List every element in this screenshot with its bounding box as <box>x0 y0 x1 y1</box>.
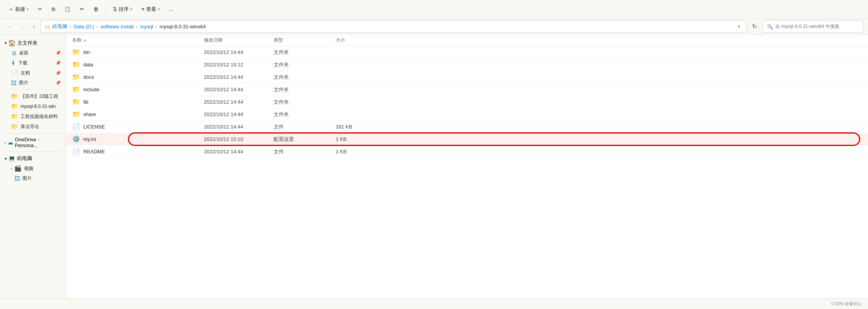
file-name: README <box>83 149 105 154</box>
video-label: 视频 <box>24 165 33 172</box>
toolbar: ＋ 新建 ▾ ✂ ⧉ 📋 ✏ 🗑 ⇅ 排序 ▾ ≡ 查看 ▾ ... <box>0 0 868 19</box>
copy-button[interactable]: ⧉ <box>48 4 59 14</box>
file-list: 📁 bin 2022/10/12 14:44 文件夹 📁 data 2022/1… <box>66 46 868 298</box>
file-type-cell: 文件夹 <box>274 111 336 118</box>
table-row[interactable]: 📁 lib 2022/10/12 14:44 文件夹 <box>66 96 868 108</box>
table-row[interactable]: 📁 share 2022/10/12 14:44 文件夹 <box>66 108 868 121</box>
table-row[interactable]: 📁 docs 2022/10/12 14:44 文件夹 <box>66 71 868 83</box>
back-button[interactable]: ← <box>5 22 15 31</box>
path-drive[interactable]: Data (D:) <box>74 24 94 30</box>
suzhou-label: 【苏州】22级工程 <box>21 93 58 100</box>
forward-button[interactable]: → <box>17 22 28 31</box>
sidebar-divider-2 <box>3 133 62 134</box>
new-label: 新建 <box>15 6 25 13</box>
sort-chevron-icon: ▾ <box>130 7 132 11</box>
main-area: ▾ 🏠 主文件夹 🖥 桌面 📌 ⬇ 下载 📌 📄 文档 📌 🖼 <box>0 35 868 298</box>
folder-icon: 📁 <box>72 85 80 94</box>
rename-button[interactable]: ✏ <box>76 4 88 14</box>
paste-button[interactable]: 📋 <box>60 4 74 14</box>
folder-icon: 📁 <box>72 73 80 81</box>
cut-button[interactable]: ✂ <box>34 4 46 14</box>
file-list-header: 名称 ▲ 修改日期 类型 大小 <box>66 35 868 46</box>
path-pc[interactable]: 此电脑 <box>52 23 67 30</box>
engineering-label: 工程实践报名材料 <box>21 113 58 120</box>
file-name-cell: 📄 LICENSE <box>72 123 204 131</box>
pc-expand-icon: ▾ <box>5 156 7 161</box>
file-name: lib <box>83 99 88 105</box>
pin-icon-2: 📌 <box>55 61 61 66</box>
col-header-size[interactable]: 大小 <box>336 37 382 43</box>
address-dropdown-button[interactable]: ▾ <box>735 23 742 30</box>
sidebar-item-mysql[interactable]: 📁 mysql-8.0.31-win <box>2 101 64 111</box>
sidebar-main-folder[interactable]: ▾ 🏠 主文件夹 <box>2 38 64 48</box>
file-name-cell: 📄 README <box>72 148 204 156</box>
sort-button[interactable]: ⇅ 排序 ▾ <box>109 4 136 15</box>
pictures-icon: 🖼 <box>11 80 17 86</box>
sidebar-onedrive[interactable]: › ☁ OneDrive - Persona... <box>2 135 64 150</box>
sort-arrow-icon: ▲ <box>83 38 87 42</box>
folder-icon-suzhou: 📁 <box>11 93 18 100</box>
file-name-cell: 📁 include <box>72 85 204 94</box>
sidebar-item-suzhou[interactable]: 📁 【苏州】22级工程 <box>2 91 64 101</box>
file-name-cell: 📁 docs <box>72 73 204 81</box>
sidebar-item-documents[interactable]: 📄 文档 📌 <box>2 68 64 78</box>
file-type-cell: 文件夹 <box>274 99 336 106</box>
video-expand-icon: › <box>11 167 12 171</box>
sort-icon: ⇅ <box>113 6 117 12</box>
folder-icon: 📁 <box>72 61 80 69</box>
search-box: 🔍 <box>763 20 863 33</box>
sidebar-item-pictures-pc[interactable]: › 🖼 图片 <box>2 174 64 183</box>
file-icon: 📄 <box>72 148 80 156</box>
up-button[interactable]: ↑ <box>30 22 38 31</box>
sidebar-item-engineering[interactable]: 📁 工程实践报名材料 <box>2 111 64 122</box>
file-modified-cell: 2022/10/12 15:10 <box>204 136 274 142</box>
file-modified-cell: 2022/10/12 14:44 <box>204 124 274 130</box>
cut-icon: ✂ <box>38 6 42 12</box>
search-icon: 🔍 <box>767 24 773 30</box>
col-header-name[interactable]: 名称 ▲ <box>72 37 204 43</box>
toolbar-divider <box>105 5 106 14</box>
home-icon: 🏠 <box>8 39 16 47</box>
sidebar-item-desktop[interactable]: 🖥 桌面 📌 <box>2 48 64 58</box>
file-name: my.ini <box>83 136 96 142</box>
delete-button[interactable]: 🗑 <box>90 4 102 14</box>
table-row[interactable]: 📁 bin 2022/10/12 14:44 文件夹 <box>66 46 868 59</box>
table-row[interactable]: 📁 include 2022/10/12 14:44 文件夹 <box>66 83 868 96</box>
file-type-cell: 文件 <box>274 148 336 155</box>
search-input[interactable] <box>775 24 859 29</box>
sort-label: 排序 <box>119 6 129 13</box>
pin-icon-4: 📌 <box>55 80 61 85</box>
file-name-cell: 📁 lib <box>72 98 204 106</box>
table-row[interactable]: 📁 data 2022/10/12 15:12 文件夹 <box>66 59 868 71</box>
view-button[interactable]: ≡ 查看 ▾ <box>138 4 164 15</box>
table-row[interactable]: 📄 LICENSE 2022/10/12 14:44 文件 281 KB <box>66 121 868 133</box>
pc-icon: 💻 <box>8 155 16 162</box>
path-software-install[interactable]: software install <box>100 24 134 30</box>
sidebar-item-download[interactable]: ⬇ 下载 📌 <box>2 58 64 68</box>
file-modified-cell: 2022/10/12 14:44 <box>204 49 274 55</box>
pictures-label: 图片 <box>19 80 28 86</box>
table-row[interactable]: ⚙️ my.ini 2022/10/12 15:10 配置设置 1 KB <box>66 133 868 146</box>
file-size-cell: 281 KB <box>336 124 382 130</box>
file-icon: 📄 <box>72 123 80 131</box>
config-icon: ⚙️ <box>72 135 80 143</box>
file-name: data <box>83 62 93 68</box>
table-row[interactable]: 📄 README 2022/10/12 14:44 文件 1 KB <box>66 146 868 158</box>
path-mysql[interactable]: mysql <box>140 24 153 30</box>
sidebar-item-video[interactable]: › 🎬 视频 <box>2 163 64 174</box>
sidebar-item-algorithm[interactable]: 📁 算法导论 <box>2 122 64 132</box>
col-header-type[interactable]: 类型 <box>274 37 336 43</box>
file-name: share <box>83 111 96 117</box>
documents-icon: 📄 <box>11 69 18 76</box>
address-box[interactable]: 🗂 此电脑 › Data (D:) › software install › m… <box>40 20 747 33</box>
sidebar-pc[interactable]: ▾ 💻 此电脑 <box>2 153 64 163</box>
pics-icon: 🖼 <box>14 175 20 182</box>
sidebar-item-pictures[interactable]: 🖼 图片 📌 <box>2 78 64 88</box>
view-chevron-icon: ▾ <box>158 7 160 11</box>
col-header-modified[interactable]: 修改日期 <box>204 37 274 43</box>
refresh-button[interactable]: ↻ <box>749 21 760 31</box>
new-button[interactable]: ＋ 新建 ▾ <box>5 4 33 15</box>
more-button[interactable]: ... <box>165 4 177 14</box>
status-brand: CSDN @秦归山 <box>832 301 862 307</box>
onedrive-expand-icon: › <box>5 141 6 145</box>
